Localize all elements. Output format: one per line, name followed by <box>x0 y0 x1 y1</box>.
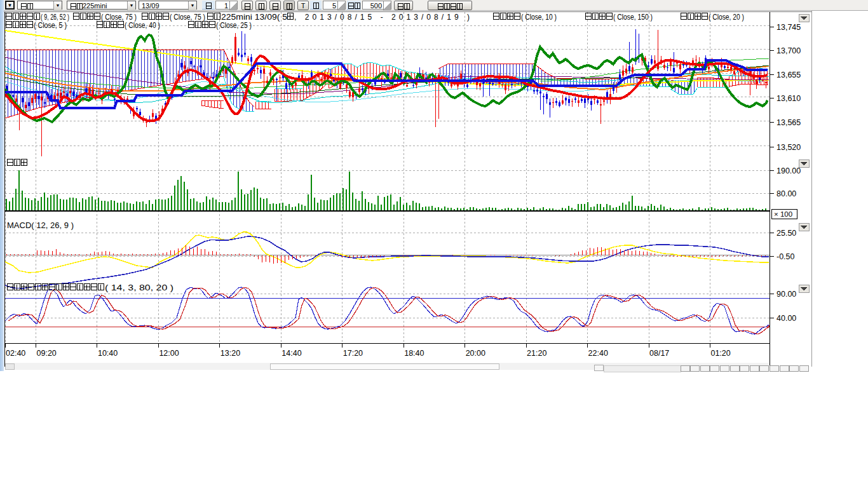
svg-text:13,655: 13,655 <box>776 71 801 79</box>
svg-text:MACD( 12, 26, 9 ): MACD( 12, 26, 9 ) <box>7 221 74 230</box>
svg-text:190.00: 190.00 <box>776 166 801 175</box>
svg-text:13:20: 13:20 <box>220 349 240 358</box>
svg-text:( Close, 75 ): ( Close, 75 ) <box>170 13 205 22</box>
svg-text:13,565: 13,565 <box>776 118 801 127</box>
svg-text:( Close, 25 ): ( Close, 25 ) <box>216 21 252 30</box>
svg-text:09:20: 09:20 <box>37 349 57 358</box>
svg-text:( Close, 40 ): ( Close, 40 ) <box>125 21 160 30</box>
svg-text:08/17: 08/17 <box>649 349 669 358</box>
svg-text:01:20: 01:20 <box>710 349 730 358</box>
svg-text:( Close, 150 ): ( Close, 150 ) <box>613 13 653 22</box>
svg-text:13,520: 13,520 <box>776 143 801 152</box>
svg-text:13,610: 13,610 <box>776 94 801 103</box>
svg-text:( Close, 20 ): ( Close, 20 ) <box>709 13 744 22</box>
svg-text:( Close, 10 ): ( Close, 10 ) <box>521 13 557 22</box>
svg-text:25.50: 25.50 <box>776 229 796 238</box>
svg-text:( 9, 26, 52 ): ( 9, 26, 52 ) <box>41 13 69 22</box>
svg-text:21:20: 21:20 <box>527 349 546 358</box>
svg-text:13,700: 13,700 <box>776 46 801 55</box>
svg-text:80.00: 80.00 <box>776 189 796 198</box>
svg-text:13,745: 13,745 <box>776 23 801 32</box>
svg-text:20:00: 20:00 <box>466 349 485 358</box>
svg-text:14:40: 14:40 <box>281 349 301 358</box>
svg-text:12:00: 12:00 <box>159 349 179 358</box>
svg-text:40.00: 40.00 <box>776 314 796 323</box>
svg-text:-0.50: -0.50 <box>776 252 795 261</box>
svg-text:, 2013/08/15 - 2013/08/19 ): , 2013/08/15 - 2013/08/19 ) <box>294 13 470 22</box>
svg-text:× 100: × 100 <box>774 210 792 218</box>
svg-text:22:40: 22:40 <box>588 349 608 358</box>
svg-text:10:40: 10:40 <box>98 349 118 358</box>
svg-text:( Close, 75 ): ( Close, 75 ) <box>101 13 137 22</box>
svg-text:( Close, 5 ): ( Close, 5 ) <box>34 21 67 30</box>
svg-text:18:40: 18:40 <box>404 349 424 358</box>
svg-text:17:20: 17:20 <box>343 349 363 358</box>
svg-text:02:40: 02:40 <box>6 349 25 358</box>
svg-text:225mini 13/09( 5: 225mini 13/09( 5 <box>221 13 287 22</box>
svg-text:90.00: 90.00 <box>776 290 796 299</box>
svg-text:( 14, 3, 80, 20 ): ( 14, 3, 80, 20 ) <box>105 283 173 292</box>
